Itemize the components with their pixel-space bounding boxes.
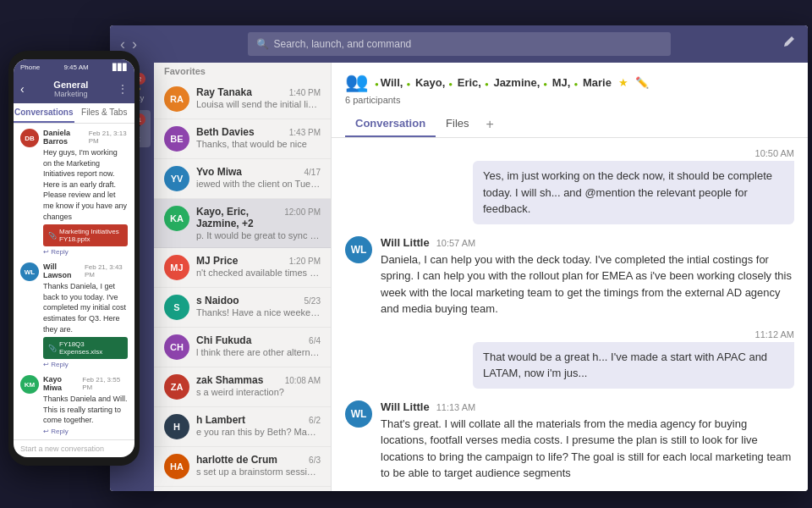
conv-name-row: harlotte de Crum 6/3	[196, 454, 321, 466]
conv-item-zak[interactable]: ZA zak Shammas 10:08 AM s a weird intera…	[154, 367, 331, 407]
conv-time: 5/23	[304, 296, 321, 306]
conv-avatar: S	[164, 295, 189, 320]
participant-eric: Eric,	[448, 76, 481, 89]
conv-avatar-wrap: HA	[164, 454, 189, 479]
edit-icon[interactable]: ✏️	[635, 76, 649, 89]
app-body: 🔔 Activity 2 💬 Chat 1 Favorites RA Ray T…	[110, 63, 808, 491]
phone-msg-item: KM Kayo Miwa Feb 21, 3:55 PM Thanks Dani…	[20, 375, 128, 435]
conv-item-siya[interactable]: S s Naidoo 5/23 Thanks! Have a nice week…	[154, 288, 331, 328]
conv-item-yvo[interactable]: YV Yvo Miwa 4/17 iewed with the client o…	[154, 159, 331, 199]
phone-status-bar: Phone 9:45 AM ▊▊▊	[14, 59, 134, 75]
search-placeholder: Search, launch, and command	[274, 38, 412, 50]
phone-tab-conversations[interactable]: Conversations	[14, 103, 74, 123]
conv-preview: s a weird interaction?	[196, 387, 321, 397]
conv-avatar: HA	[164, 454, 189, 479]
conv-name-row: Chi Fukuda 6/4	[196, 334, 321, 346]
conv-content: MJ Price 1:20 PM n't checked available t…	[196, 255, 321, 278]
conv-item-charlotte[interactable]: HA harlotte de Crum 6/3 s set up a brain…	[154, 447, 331, 487]
group-avatar: 👥	[345, 71, 368, 93]
phone-compose-placeholder: Start a new conversation	[20, 444, 104, 453]
chat-participants: 👥 Will, Kayo, Eric, Jazmine, MJ, Marie ★…	[345, 71, 794, 93]
tab-add-button[interactable]: +	[480, 112, 501, 137]
phone-channel-name: General	[28, 80, 114, 90]
msg-avatar: WL	[345, 236, 372, 263]
tab-conversation[interactable]: Conversation	[345, 112, 436, 137]
conv-preview: l think there are other alternatives we …	[196, 347, 321, 357]
chat-messages: 10:50 AM Yes, im just working on the dec…	[332, 138, 808, 491]
phone-reply-button[interactable]: ↩ Reply	[43, 248, 128, 256]
phone-msg-body: Will Lawson Feb 21, 3:43 PM Thanks Danie…	[43, 262, 128, 368]
phone-msg-author: Will Lawson	[43, 262, 81, 279]
chat-tabs: Conversation Files +	[345, 112, 794, 137]
conv-preview: iewed with the client on Tuesday, she h.…	[196, 179, 321, 189]
conv-name: Kayo, Eric, Jazmine, +2	[196, 206, 284, 229]
conv-preview: p. It would be great to sync with you bo…	[196, 230, 321, 240]
conv-avatar: ZA	[164, 374, 189, 400]
conv-item-group1[interactable]: KA Kayo, Eric, Jazmine, +2 12:00 PM p. I…	[154, 199, 331, 248]
msg-avatar: WL	[345, 400, 372, 428]
conv-name-row: Ray Tanaka 1:40 PM	[196, 86, 321, 98]
phone-carrier: Phone	[20, 64, 40, 71]
conv-name-row: Beth Davies 1:43 PM	[196, 126, 321, 138]
phone-channel-info: General Marketing	[28, 80, 114, 98]
phone-tab-files[interactable]: Files & Tabs	[74, 103, 135, 123]
phone-reply-button[interactable]: ↩ Reply	[43, 361, 128, 368]
phone-msg-date: Feb 21, 3:43 PM	[85, 263, 128, 279]
conv-item-marie[interactable]: RI rie Beaudouin 2:00 PM nd good?	[154, 487, 331, 491]
conv-avatar: CH	[164, 334, 189, 360]
phone-menu-icon[interactable]: ⋮	[118, 83, 128, 95]
phone-tabs: Conversations Files & Tabs	[14, 103, 134, 124]
msg-meta: Will Little 10:57 AM	[381, 236, 794, 249]
conv-avatar-wrap: YV	[164, 166, 189, 191]
participant-jazmine: Jazmine,	[485, 76, 540, 89]
conv-content: Beth Davies 1:43 PM Thanks, that would b…	[196, 126, 321, 149]
conv-time: 10:08 AM	[285, 376, 321, 385]
participant-will: Will,	[375, 76, 403, 89]
conv-name: MJ Price	[196, 255, 238, 267]
conv-item-ray[interactable]: RA Ray Tanaka 1:40 PM Louisa will send t…	[154, 80, 331, 119]
conv-name: Yvo Miwa	[196, 166, 242, 178]
conv-content: zak Shammas 10:08 AM s a weird interacti…	[196, 374, 321, 397]
search-icon: 🔍	[256, 38, 269, 50]
conv-name: Ray Tanaka	[196, 86, 252, 98]
conv-content: Chi Fukuda 6/4 l think there are other a…	[196, 334, 321, 357]
conv-item-chi[interactable]: CH Chi Fukuda 6/4 l think there are othe…	[154, 328, 331, 367]
msg-body: Will Little 10:57 AM Daniela, I can help…	[381, 236, 794, 318]
conv-time: 1:40 PM	[289, 88, 321, 97]
conv-time: 6/3	[309, 456, 321, 465]
chat-main: 👥 Will, Kayo, Eric, Jazmine, MJ, Marie ★…	[332, 63, 808, 491]
search-bar[interactable]: 🔍 Search, launch, and command	[248, 32, 671, 56]
msg-time: 11:12 AM	[755, 329, 794, 340]
conv-time: 1:43 PM	[289, 128, 321, 137]
phone-msg-avatar: WL	[20, 262, 39, 281]
phone-reply-button[interactable]: ↩ Reply	[43, 428, 128, 435]
conv-item-helen[interactable]: H h Lambert 6/2 e you ran this by Beth? …	[154, 407, 331, 447]
phone-msg-text: Hey guys, I'm working on the Marketing I…	[43, 147, 128, 222]
conv-avatar: KA	[164, 206, 189, 231]
conv-name-row: zak Shammas 10:08 AM	[196, 374, 321, 386]
phone-msg-author: Daniela Barros	[43, 129, 85, 146]
conv-avatar: RA	[164, 86, 189, 112]
msg-time: 10:50 AM	[755, 148, 794, 158]
phone-msg-body: Kayo Miwa Feb 21, 3:55 PM Thanks Daniela…	[43, 375, 128, 435]
phone-back-button[interactable]: ‹	[20, 82, 25, 96]
conv-preview: n't checked available times yet	[196, 268, 321, 278]
phone-messages: DB Daniela Barros Feb 21, 3:13 PM Hey gu…	[14, 124, 134, 439]
nav-forward[interactable]: ›	[132, 36, 137, 53]
conv-name: harlotte de Crum	[196, 454, 277, 466]
phone-msg-avatar: KM	[20, 375, 39, 394]
phone-compose[interactable]: Start a new conversation	[14, 439, 134, 457]
conv-content: s Naidoo 5/23 Thanks! Have a nice weeken…	[196, 295, 321, 318]
conv-avatar-wrap: KA	[164, 206, 189, 231]
conv-item-beth[interactable]: BE Beth Davies 1:43 PM Thanks, that woul…	[154, 119, 331, 159]
phone-attachment[interactable]: 📎Marketing Initiatives FY18.pptx	[43, 224, 128, 246]
phone-nav-bar: ‹ General Marketing ⋮	[14, 75, 134, 103]
tab-files[interactable]: Files	[436, 112, 479, 137]
phone-msg-text: Thanks Daniela, I get back to you today.…	[43, 281, 128, 334]
phone-msg-item: DB Daniela Barros Feb 21, 3:13 PM Hey gu…	[20, 129, 128, 256]
star-icon[interactable]: ★	[618, 76, 628, 89]
phone-attachment[interactable]: 📎FY18Q3 Expenses.xlsx	[43, 337, 128, 359]
conv-item-mj[interactable]: MJ MJ Price 1:20 PM n't checked availabl…	[154, 248, 331, 288]
conv-name: s Naidoo	[196, 295, 239, 306]
compose-icon[interactable]	[782, 35, 798, 54]
